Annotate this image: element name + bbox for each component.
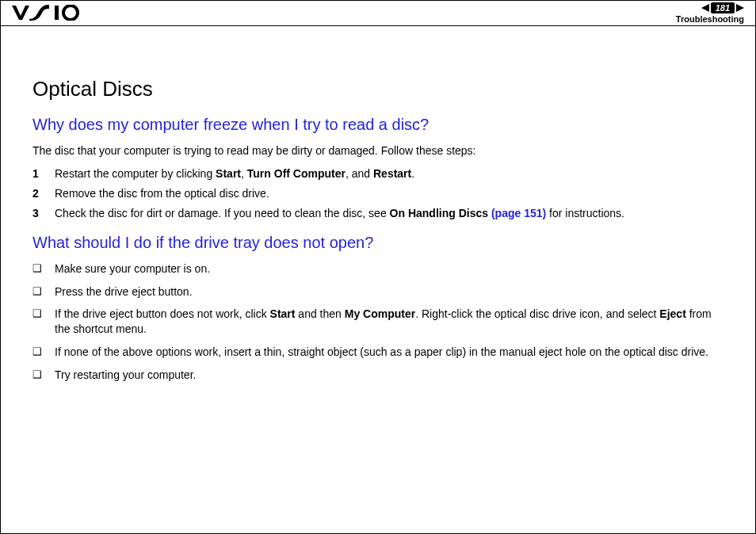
step-item: 3 Check the disc for dirt or damage. If … xyxy=(32,206,724,221)
page-151-link[interactable]: (page 151) xyxy=(491,207,546,219)
step-text: Remove the disc from the optical disc dr… xyxy=(55,186,269,201)
bullet-icon: ❑ xyxy=(32,368,55,382)
question-2-heading: What should I do if the drive tray does … xyxy=(32,232,724,254)
step-number: 2 xyxy=(32,186,55,201)
step-number: 3 xyxy=(32,206,55,221)
list-item: ❑ Press the drive eject button. xyxy=(32,284,724,299)
bullet-icon: ❑ xyxy=(32,345,55,359)
bullet-text: If none of the above options work, inser… xyxy=(55,345,724,360)
page-title: Optical Discs xyxy=(32,75,724,103)
step-item: 2 Remove the disc from the optical disc … xyxy=(32,186,724,201)
svg-rect-0 xyxy=(55,6,59,20)
bullet-text: Try restarting your computer. xyxy=(55,368,724,383)
bullet-text: Press the drive eject button. xyxy=(55,284,724,299)
page-nav: 181 Troubleshooting xyxy=(676,2,744,24)
bullet-list: ❑ Make sure your computer is on. ❑ Press… xyxy=(32,261,724,383)
bullet-icon: ❑ xyxy=(32,261,55,276)
page-content: Optical Discs Why does my computer freez… xyxy=(1,26,755,383)
question-1-intro: The disc that your computer is trying to… xyxy=(32,143,724,158)
bullet-text: If the drive eject button does not work,… xyxy=(55,307,724,337)
list-item: ❑ If none of the above options work, ins… xyxy=(32,345,724,360)
step-text: Restart the computer by clicking Start, … xyxy=(55,166,414,181)
step-number: 1 xyxy=(32,166,55,181)
svg-point-1 xyxy=(63,6,78,20)
list-item: ❑ Try restarting your computer. xyxy=(32,368,724,383)
bullet-icon: ❑ xyxy=(32,307,55,321)
list-item: ❑ Make sure your computer is on. xyxy=(32,261,724,277)
next-page-arrow-icon[interactable] xyxy=(736,4,744,12)
bullet-icon: ❑ xyxy=(32,284,55,299)
bullet-text: Make sure your computer is on. xyxy=(55,261,724,277)
step-item: 1 Restart the computer by clicking Start… xyxy=(32,166,724,181)
vaio-logo xyxy=(12,5,80,25)
header-bar: 181 Troubleshooting xyxy=(1,1,755,26)
numbered-steps: 1 Restart the computer by clicking Start… xyxy=(32,166,724,221)
prev-page-arrow-icon[interactable] xyxy=(701,4,709,12)
question-1-heading: Why does my computer freeze when I try t… xyxy=(32,114,724,135)
step-text: Check the disc for dirt or damage. If yo… xyxy=(55,206,624,221)
section-label: Troubleshooting xyxy=(676,14,744,24)
list-item: ❑ If the drive eject button does not wor… xyxy=(32,307,724,337)
page-number: 181 xyxy=(711,2,735,13)
